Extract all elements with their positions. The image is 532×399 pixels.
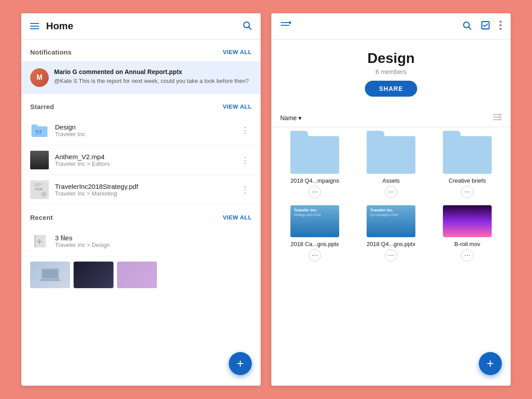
recent-files-count: 3 files	[55, 234, 252, 242]
file-name: 2018 Ca...gns.pptx	[290, 241, 339, 247]
grid-item-folder-3[interactable]: Creative briefs ⋯	[433, 136, 502, 198]
starred-item-name: Anthem_V2.mp4	[55, 153, 232, 160]
notification-item[interactable]: M Mario G commented on Annual Report.ppt…	[21, 61, 261, 94]
starred-item-pdf[interactable]: PDF TravelerInc2018Strategy.pdf Traveler…	[21, 175, 261, 205]
folder-icon-lg	[290, 136, 339, 174]
fab-add-button[interactable]: +	[229, 352, 252, 375]
grid-layout-icon[interactable]	[493, 113, 502, 122]
svg-point-23	[500, 24, 502, 27]
svg-rect-14	[43, 270, 58, 278]
file-more-btn[interactable]: ⋯	[385, 249, 397, 262]
sort-name-button[interactable]: Name ▾	[280, 114, 301, 121]
grid-item-folder-1[interactable]: 2018 Q4...mpaigns ⋯	[280, 136, 349, 198]
starred-item-path: Traveler Inc > Marketing	[55, 190, 232, 197]
file-thumbnail-2: Traveler Inc. Q4 campaigns 2018	[367, 205, 415, 237]
grid-item-file-2[interactable]: Traveler Inc. Q4 campaigns 2018 2018 Q4.…	[356, 205, 426, 262]
more-options-icon[interactable]: ⋮	[239, 153, 252, 167]
grid-item-file-1[interactable]: Traveler Inc. Strategy deck 2018 2018 Ca…	[280, 205, 349, 262]
left-header: Home	[21, 13, 261, 39]
svg-line-1	[249, 27, 251, 29]
notification-body: @Kate S This is the report for next week…	[54, 77, 252, 85]
file-more-btn[interactable]: ⋯	[461, 249, 473, 262]
svg-point-10	[41, 192, 47, 197]
right-fab-add-button[interactable]: +	[479, 352, 502, 375]
svg-text:PDF: PDF	[35, 187, 43, 192]
starred-view-all[interactable]: VIEW ALL	[223, 103, 252, 110]
starred-section-header: Starred VIEW ALL	[21, 94, 261, 116]
home-title: Home	[46, 20, 73, 32]
menu-with-dots-icon[interactable]	[280, 21, 291, 31]
svg-line-20	[469, 27, 471, 29]
recent-title: Recent	[30, 214, 53, 221]
more-options-icon[interactable]: ⋮	[239, 124, 252, 137]
folder-name: Assets	[382, 177, 399, 184]
notifications-view-all[interactable]: VIEW ALL	[223, 49, 252, 55]
starred-title: Starred	[30, 103, 54, 110]
avatar: M	[30, 68, 49, 87]
svg-point-18	[289, 21, 291, 24]
video-thumbnail	[30, 151, 49, 169]
file-name: 2018 Q4...gns.pptx	[367, 241, 415, 247]
files-grid: 2018 Q4...mpaigns ⋯ Assets ⋯ Creative br…	[271, 127, 511, 270]
preview-thumb-dark[interactable]	[74, 262, 113, 288]
svg-point-22	[500, 21, 502, 23]
svg-point-4	[35, 130, 38, 133]
folder-name: Creative briefs	[449, 177, 486, 184]
file-more-btn[interactable]: ⋯	[309, 249, 321, 262]
folder-name: 2018 Q4...mpaigns	[290, 177, 339, 184]
notification-title: Mario G commented on Annual Report.pptx	[54, 68, 252, 75]
sort-bar: Name ▾	[271, 109, 511, 127]
starred-item-name: Design	[55, 123, 232, 131]
recent-previews	[21, 256, 261, 293]
design-members: 6 members	[280, 68, 502, 75]
svg-rect-3	[31, 125, 38, 128]
preview-thumb-laptop[interactable]	[30, 262, 70, 288]
chevron-down-icon: ▾	[298, 114, 301, 121]
recent-files-path: Traveler Inc > Design	[55, 242, 252, 248]
hamburger-menu-icon[interactable]	[30, 23, 39, 29]
recent-view-all[interactable]: VIEW ALL	[223, 214, 252, 221]
search-icon[interactable]	[462, 20, 472, 32]
design-title: Design	[280, 50, 502, 66]
design-header: Design 6 members SHARE	[271, 39, 511, 109]
recent-section-header: Recent VIEW ALL	[21, 205, 261, 227]
starred-item-path: Traveler Inc > Editors	[55, 160, 232, 167]
notifications-section-header: Notifications VIEW ALL	[21, 39, 261, 61]
right-header	[271, 13, 511, 39]
folder-icon-lg	[367, 136, 415, 174]
notifications-title: Notifications	[30, 48, 71, 56]
starred-item-video[interactable]: Anthem_V2.mp4 Traveler Inc > Editors ⋮	[21, 145, 261, 175]
grid-item-file-3[interactable]: B-roll.mov ⋯	[433, 205, 502, 262]
svg-point-24	[500, 28, 502, 30]
search-icon[interactable]	[242, 20, 252, 32]
recent-files-item[interactable]: 3 files Traveler Inc > Design	[21, 227, 261, 256]
grid-item-folder-2[interactable]: Assets ⋯	[356, 136, 426, 198]
preview-thumb-purple[interactable]	[117, 262, 157, 288]
share-button[interactable]: SHARE	[365, 81, 417, 97]
folder-more-btn[interactable]: ⋯	[309, 186, 321, 198]
file-thumbnail-3	[443, 205, 492, 237]
folder-icon-lg	[443, 136, 492, 174]
folder-icon	[30, 121, 49, 140]
starred-item-path: Traveler Inc	[55, 131, 232, 137]
svg-rect-8	[34, 184, 42, 184]
folder-more-btn[interactable]: ⋯	[385, 186, 397, 198]
folder-more-btn[interactable]: ⋯	[461, 186, 473, 198]
pdf-thumbnail: PDF	[30, 180, 49, 199]
check-square-icon[interactable]	[481, 20, 490, 32]
svg-rect-15	[40, 279, 60, 281]
starred-item-design[interactable]: Design Traveler Inc ⋮	[21, 116, 261, 145]
file-name: B-roll.mov	[454, 241, 481, 247]
more-vertical-icon[interactable]	[499, 20, 502, 32]
file-thumbnail-1: Traveler Inc. Strategy deck 2018	[290, 205, 339, 237]
files-icon	[30, 232, 49, 250]
starred-item-name: TravelerInc2018Strategy.pdf	[55, 183, 232, 190]
svg-rect-9	[34, 185, 40, 186]
sort-label-text: Name	[280, 114, 297, 121]
more-options-icon[interactable]: ⋮	[239, 183, 252, 196]
svg-point-5	[39, 130, 42, 133]
